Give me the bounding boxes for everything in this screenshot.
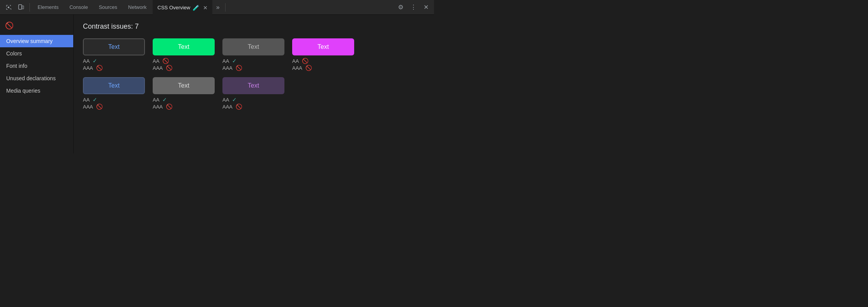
aaa-label-4: AAA [292, 65, 302, 71]
aaa-fail-icon-4: 🚫 [305, 65, 312, 71]
aa-fail-icon-4: 🚫 [302, 58, 308, 64]
contrast-btn-7[interactable]: Text [222, 77, 284, 94]
aaa-fail-icon-3: 🚫 [236, 65, 242, 71]
toolbar-divider-2 [225, 3, 226, 12]
aaa-label-3: AAA [222, 65, 232, 71]
aa-label-1: AA [83, 58, 90, 64]
contrast-btn-4[interactable]: Text [292, 38, 354, 55]
tab-css-overview[interactable]: CSS Overview 🧪 ✕ [153, 0, 212, 15]
rating-3: AA ✓ AAA 🚫 [222, 58, 242, 71]
rating-1: AA ✓ AAA 🚫 [83, 58, 103, 71]
aa-pass-icon-1: ✓ [93, 58, 97, 64]
devtools-toolbar: Elements Console Sources Network CSS Ove… [0, 0, 434, 15]
contrast-row-1: Text AA ✓ AAA 🚫 [83, 38, 425, 71]
main-layout: 🚫 Overview summary Colors Font info Unus… [0, 15, 434, 154]
aaa-label-5: AAA [83, 104, 93, 110]
aaa-label-2: AAA [153, 65, 163, 71]
contrast-btn-1[interactable]: Text [83, 38, 145, 55]
aaa-fail-icon-6: 🚫 [166, 103, 172, 110]
contrast-item-5: Text AA ✓ AAA 🚫 [83, 77, 145, 110]
tab-close-icon[interactable]: ✕ [203, 5, 208, 11]
inspect-icon[interactable] [3, 2, 14, 13]
sidebar-item-unused-declarations[interactable]: Unused declarations [0, 72, 73, 85]
device-icon[interactable] [16, 2, 26, 13]
content-area: Contrast issues: 7 Text AA ✓ AAA [74, 15, 434, 154]
beaker-icon: 🧪 [193, 5, 199, 11]
sidebar-item-colors[interactable]: Colors [0, 47, 73, 60]
no-icon[interactable]: 🚫 [3, 19, 16, 32]
aaa-fail-icon-2: 🚫 [166, 65, 172, 71]
aaa-label-7: AAA [222, 104, 232, 110]
tab-elements[interactable]: Elements [33, 0, 63, 15]
aaa-label-6: AAA [153, 104, 163, 110]
more-tabs-button[interactable]: » [214, 4, 222, 11]
rating-2: AA 🚫 AAA 🚫 [153, 58, 172, 71]
sidebar-item-font-info[interactable]: Font info [0, 60, 73, 72]
sidebar: 🚫 Overview summary Colors Font info Unus… [0, 15, 74, 154]
contrast-item-2: Text AA 🚫 AAA 🚫 [153, 38, 215, 71]
rating-6: AA ✓ AAA 🚫 [153, 97, 172, 110]
aa-pass-icon-7: ✓ [232, 97, 237, 103]
tab-sources[interactable]: Sources [94, 0, 122, 15]
aa-pass-icon-3: ✓ [232, 58, 237, 64]
aa-pass-icon-5: ✓ [93, 97, 97, 103]
svg-rect-2 [22, 6, 24, 9]
toolbar-right: ⚙ ⋮ ✕ [396, 3, 431, 11]
tab-console[interactable]: Console [65, 0, 93, 15]
aa-label-4: AA [292, 58, 299, 64]
contrast-btn-6[interactable]: Text [153, 77, 215, 94]
contrast-issues-title: Contrast issues: 7 [83, 22, 425, 31]
contrast-grid: Text AA ✓ AAA 🚫 [83, 38, 425, 110]
svg-rect-0 [8, 7, 9, 8]
toolbar-divider-1 [29, 3, 30, 12]
rating-7: AA ✓ AAA 🚫 [222, 97, 242, 110]
aa-label-7: AA [222, 97, 229, 103]
aa-label-5: AA [83, 97, 90, 103]
aaa-fail-icon-1: 🚫 [96, 65, 103, 71]
aa-label-2: AA [153, 58, 159, 64]
more-options-icon[interactable]: ⋮ [408, 3, 419, 11]
aa-label-6: AA [153, 97, 159, 103]
close-devtools-icon[interactable]: ✕ [421, 3, 431, 11]
contrast-btn-2[interactable]: Text [153, 38, 215, 55]
aa-pass-icon-6: ✓ [162, 97, 167, 103]
contrast-item-6: Text AA ✓ AAA 🚫 [153, 77, 215, 110]
contrast-item-7: Text AA ✓ AAA 🚫 [222, 77, 284, 110]
contrast-row-2: Text AA ✓ AAA 🚫 [83, 77, 425, 110]
sidebar-item-media-queries[interactable]: Media queries [0, 85, 73, 97]
contrast-item-1: Text AA ✓ AAA 🚫 [83, 38, 145, 71]
aa-fail-icon-2: 🚫 [162, 58, 169, 64]
contrast-btn-5[interactable]: Text [83, 77, 145, 94]
aaa-label-1: AAA [83, 65, 93, 71]
rating-4: AA 🚫 AAA 🚫 [292, 58, 312, 71]
settings-icon[interactable]: ⚙ [396, 3, 406, 11]
aaa-fail-icon-5: 🚫 [96, 103, 103, 110]
contrast-item-3: Text AA ✓ AAA 🚫 [222, 38, 284, 71]
sidebar-item-overview-summary[interactable]: Overview summary [0, 35, 73, 47]
svg-rect-1 [19, 5, 22, 9]
tab-network[interactable]: Network [124, 0, 152, 15]
contrast-item-4: Text AA 🚫 AAA 🚫 [292, 38, 354, 71]
aaa-fail-icon-7: 🚫 [236, 103, 242, 110]
aa-label-3: AA [222, 58, 229, 64]
rating-5: AA ✓ AAA 🚫 [83, 97, 103, 110]
contrast-btn-3[interactable]: Text [222, 38, 284, 55]
